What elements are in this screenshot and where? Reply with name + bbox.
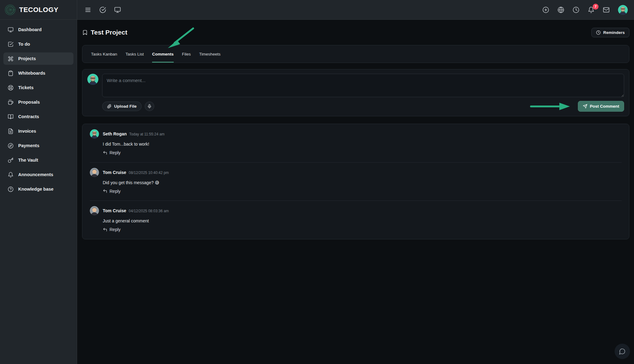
menu-icon[interactable] bbox=[85, 6, 91, 13]
reply-label: Reply bbox=[110, 150, 121, 155]
monitor-icon bbox=[8, 27, 14, 33]
sidebar-item-contracts[interactable]: Contracts bbox=[3, 110, 73, 123]
tab-tasks-list[interactable]: Tasks List bbox=[126, 45, 144, 63]
post-comment-button[interactable]: Post Comment bbox=[578, 101, 624, 112]
sidebar-item-label: Contracts bbox=[18, 114, 39, 119]
comment-avatar bbox=[90, 206, 99, 215]
page-header: Test Project Reminders bbox=[82, 27, 629, 38]
comment-body: Did you get this message? 😅 bbox=[103, 180, 622, 185]
comment-item: Tom Cruise 08/12/2025 10:40:42 pm Did yo… bbox=[90, 162, 622, 201]
sidebar-item-knowledge-base[interactable]: Knowledge base bbox=[3, 183, 73, 195]
brand-name: TECOLOGY bbox=[19, 6, 58, 14]
main-content: Test Project Reminders Tasks Kanban Task… bbox=[77, 20, 634, 364]
help-circle-icon bbox=[8, 186, 14, 192]
chat-launcher-button[interactable] bbox=[615, 344, 630, 359]
sidebar-item-invoices[interactable]: Invoices bbox=[3, 125, 73, 137]
coffee-icon bbox=[8, 99, 14, 105]
tabs-bar: Tasks Kanban Tasks List Comments Files T… bbox=[82, 45, 629, 63]
mail-icon[interactable] bbox=[603, 6, 610, 13]
clipboard-icon bbox=[8, 70, 14, 76]
sidebar-item-dashboard[interactable]: Dashboard bbox=[3, 23, 73, 36]
comment-body: Just a general comment bbox=[103, 218, 622, 223]
sidebar-item-label: Projects bbox=[18, 56, 36, 61]
paperclip-icon bbox=[107, 104, 112, 109]
app-window: TECOLOGY 7 Dashboard To do Projects Whit… bbox=[0, 0, 634, 364]
tab-tasks-kanban[interactable]: Tasks Kanban bbox=[91, 45, 117, 63]
reply-label: Reply bbox=[110, 189, 121, 194]
sidebar-item-label: Whiteboards bbox=[18, 71, 45, 76]
record-audio-button[interactable] bbox=[145, 101, 154, 111]
sidebar: Dashboard To do Projects Whiteboards Tic… bbox=[0, 20, 77, 364]
upload-file-label: Upload File bbox=[114, 104, 137, 109]
top-bar: TECOLOGY 7 bbox=[0, 0, 634, 20]
key-icon bbox=[8, 157, 14, 163]
microphone-icon bbox=[147, 104, 152, 109]
post-comment-label: Post Comment bbox=[590, 104, 619, 109]
sidebar-item-payments[interactable]: Payments bbox=[3, 139, 73, 152]
comment-composer: Upload File Post Comment bbox=[82, 69, 629, 116]
comment-input[interactable] bbox=[102, 74, 624, 97]
file-text-icon bbox=[8, 128, 14, 134]
sidebar-item-todo[interactable]: To do bbox=[3, 38, 73, 50]
comment-avatar bbox=[90, 129, 99, 139]
reply-icon bbox=[103, 189, 107, 193]
sidebar-item-label: To do bbox=[18, 42, 30, 47]
send-icon bbox=[583, 104, 587, 109]
comments-list: Seth Rogan Today at 11:55:24 am I did To… bbox=[82, 124, 629, 239]
comment-timestamp: 08/12/2025 10:40:42 pm bbox=[129, 171, 169, 175]
life-buoy-icon bbox=[8, 85, 14, 91]
comment-timestamp: Today at 11:55:24 am bbox=[129, 132, 165, 136]
notification-badge: 7 bbox=[593, 4, 599, 10]
sidebar-item-tickets[interactable]: Tickets bbox=[3, 81, 73, 94]
bell-icon[interactable]: 7 bbox=[588, 6, 595, 13]
comment-body: I did Tom...back to work! bbox=[103, 142, 622, 147]
reply-icon bbox=[103, 151, 107, 155]
comment-author: Tom Cruise bbox=[103, 208, 126, 213]
comment-item: Tom Cruise 04/12/2025 08:03:36 am Just a… bbox=[90, 201, 622, 239]
tab-files[interactable]: Files bbox=[182, 45, 191, 63]
sidebar-item-label: Proposals bbox=[18, 100, 40, 105]
sidebar-item-projects[interactable]: Projects bbox=[3, 52, 73, 65]
sidebar-item-label: Payments bbox=[18, 143, 39, 148]
tecology-logo-icon bbox=[4, 4, 16, 16]
reply-button[interactable]: Reply bbox=[103, 150, 121, 155]
reply-label: Reply bbox=[110, 227, 121, 232]
comment-author: Tom Cruise bbox=[103, 170, 126, 175]
check-circle-icon[interactable] bbox=[99, 6, 106, 13]
sidebar-item-label: The Vault bbox=[18, 158, 38, 163]
topbar-left-icons bbox=[85, 6, 121, 13]
comment-avatar bbox=[90, 168, 99, 177]
topbar-right-icons: 7 bbox=[542, 5, 634, 15]
page-title: Test Project bbox=[91, 29, 127, 36]
bell-icon bbox=[8, 172, 14, 178]
sidebar-item-whiteboards[interactable]: Whiteboards bbox=[3, 67, 73, 79]
book-open-icon bbox=[8, 114, 14, 120]
sidebar-item-label: Announcements bbox=[18, 172, 53, 177]
reply-button[interactable]: Reply bbox=[103, 227, 121, 232]
comment-item: Seth Rogan Today at 11:55:24 am I did To… bbox=[90, 124, 622, 162]
brand[interactable]: TECOLOGY bbox=[0, 0, 77, 19]
sidebar-item-proposals[interactable]: Proposals bbox=[3, 96, 73, 108]
comment-timestamp: 04/12/2025 08:03:36 am bbox=[129, 209, 169, 213]
clock-icon[interactable] bbox=[573, 6, 579, 13]
bookmark-icon bbox=[82, 30, 88, 35]
composer-avatar bbox=[87, 74, 98, 85]
globe-icon[interactable] bbox=[557, 6, 564, 13]
tab-timesheets[interactable]: Timesheets bbox=[199, 45, 220, 63]
monitor-icon[interactable] bbox=[114, 6, 121, 13]
message-circle-icon bbox=[619, 348, 626, 355]
reply-icon bbox=[103, 227, 107, 232]
user-avatar[interactable] bbox=[618, 5, 628, 15]
tab-comments[interactable]: Comments bbox=[152, 45, 174, 63]
reply-button[interactable]: Reply bbox=[103, 189, 121, 194]
clock-icon bbox=[596, 30, 601, 35]
reminders-button[interactable]: Reminders bbox=[591, 28, 629, 37]
compass-icon bbox=[8, 143, 14, 149]
sidebar-item-announcements[interactable]: Announcements bbox=[3, 168, 73, 181]
plus-circle-icon[interactable] bbox=[542, 6, 549, 13]
upload-file-button[interactable]: Upload File bbox=[102, 101, 142, 111]
sidebar-item-the-vault[interactable]: The Vault bbox=[3, 154, 73, 166]
sidebar-item-label: Tickets bbox=[18, 85, 34, 90]
sidebar-item-label: Dashboard bbox=[18, 27, 42, 32]
check-square-icon bbox=[8, 41, 14, 47]
